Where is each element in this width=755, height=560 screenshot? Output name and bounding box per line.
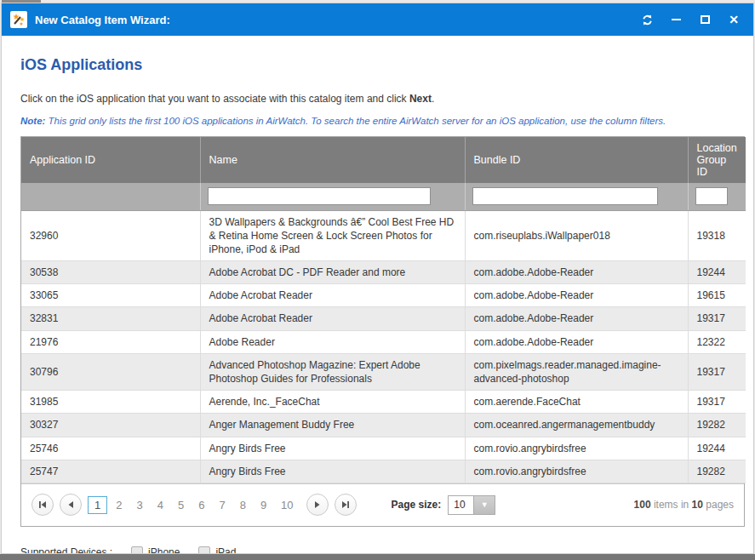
maximize-button[interactable] (694, 9, 716, 30)
cell-location-group-id: 19282 (688, 460, 746, 483)
cell-app-id: 30796 (21, 353, 200, 390)
table-row[interactable]: 21976 Adobe Reader com.adobe.Adobe-Reade… (21, 330, 746, 353)
cell-bundle-id: com.pixelmags.reader.managed.imagine-adv… (465, 353, 688, 390)
cell-location-group-id: 19317 (688, 353, 746, 390)
cell-name: Aerende, Inc._FaceChat (200, 391, 465, 414)
cell-bundle-id: com.oceanred.angermanagementbuddy (465, 414, 688, 437)
iphone-checkbox-label: iPhone (148, 546, 180, 554)
window-bottom-edge (0, 554, 755, 560)
page-number-9[interactable]: 9 (255, 496, 272, 514)
table-row[interactable]: 32960 3D Wallpapers & Backgrounds â€” Co… (21, 210, 746, 261)
page-number-8[interactable]: 8 (234, 496, 252, 514)
page-size-control: Page size: 10 ▼ (392, 495, 496, 515)
first-page-button[interactable] (31, 494, 54, 516)
cell-app-id: 32960 (21, 210, 200, 261)
minimize-button[interactable] (665, 9, 687, 30)
maximize-icon (701, 15, 710, 24)
instruction-text: Click on the iOS application that you wa… (20, 93, 741, 105)
cell-name: Adobe Reader (200, 330, 465, 353)
summary-end-text: pages (703, 499, 734, 511)
minimize-icon (672, 19, 681, 20)
page-size-label: Page size: (392, 499, 442, 511)
cell-bundle-id: com.adobe.Adobe-Reader (465, 261, 688, 284)
name-filter-input[interactable] (208, 187, 431, 205)
cell-location-group-id: 19317 (688, 307, 746, 330)
cell-app-id: 31985 (21, 391, 200, 414)
cell-app-id: 25747 (21, 460, 200, 483)
cell-name: Adobe Acrobat Reader (200, 307, 465, 330)
table-row[interactable]: 30796 Advanced Photoshop Magazine: Exper… (21, 353, 746, 390)
cell-name: Angry Birds Free (200, 437, 465, 460)
iphone-checkbox[interactable] (131, 546, 143, 554)
previous-page-button[interactable] (60, 494, 82, 516)
page-number-2[interactable]: 2 (110, 496, 128, 514)
cell-location-group-id: 19282 (688, 414, 746, 437)
table-row[interactable]: 31985 Aerende, Inc._FaceChat com.aerende… (21, 391, 746, 414)
ipad-checkbox-item[interactable]: iPad (198, 546, 236, 554)
last-page-button[interactable] (335, 494, 357, 516)
cell-name: 3D Wallpapers & Backgrounds â€” Cool Bes… (200, 210, 465, 261)
cell-bundle-id: com.aerende.FaceChat (465, 391, 688, 414)
page-number-10[interactable]: 10 (275, 496, 299, 514)
refresh-icon (641, 14, 654, 26)
page-title: iOS Applications (20, 56, 741, 74)
filter-cell-bundle-id (465, 183, 688, 210)
refresh-button[interactable] (636, 9, 658, 30)
table-row[interactable]: 25746 Angry Birds Free com.rovio.angrybi… (21, 437, 746, 460)
cell-app-id: 25746 (21, 437, 200, 460)
cell-app-id: 30327 (21, 414, 200, 437)
wizard-window: New Catalog Item Wizard: ✕ iOS Applicati… (1, 3, 754, 554)
window-controls: ✕ (636, 9, 745, 30)
last-page-icon (341, 500, 350, 509)
pager-summary: 100 items in 10 pages (634, 499, 734, 511)
screen: New Catalog Item Wizard: ✕ iOS Applicati… (0, 0, 755, 560)
cell-location-group-id: 19615 (688, 284, 746, 307)
note-text: Note: This grid only lists the first 100… (20, 116, 741, 126)
cell-bundle-id: com.adobe.Adobe-Reader (465, 330, 688, 353)
window-title: New Catalog Item Wizard: (35, 14, 636, 26)
bundle-id-filter-input[interactable] (472, 187, 658, 205)
filter-cell-name (200, 183, 465, 210)
page-number-3[interactable]: 3 (130, 496, 148, 514)
ipad-checkbox[interactable] (198, 546, 210, 554)
table-row[interactable]: 30538 Adobe Acrobat DC - PDF Reader and … (21, 261, 746, 284)
grid-filter-row (21, 183, 746, 210)
cell-bundle-id: com.rovio.angrybirdsfree (465, 460, 688, 483)
page-size-value: 10 (449, 496, 474, 514)
table-row[interactable]: 25747 Angry Birds Free com.rovio.angrybi… (21, 460, 746, 483)
page-number-5[interactable]: 5 (172, 496, 190, 514)
cell-app-id: 21976 (21, 330, 200, 353)
items-count: 100 (634, 499, 651, 511)
title-bar: New Catalog Item Wizard: ✕ (2, 3, 753, 36)
page-number-6[interactable]: 6 (192, 496, 210, 514)
table-row[interactable]: 33065 Adobe Acrobat Reader com.adobe.Ado… (21, 284, 746, 307)
location-group-filter-input[interactable] (695, 187, 728, 205)
page-size-dropdown[interactable]: 10 ▼ (448, 495, 495, 515)
summary-mid-text: items in (651, 499, 692, 511)
table-row[interactable]: 30327 Anger Management Buddy Free com.oc… (21, 414, 746, 437)
cell-name: Adobe Acrobat DC - PDF Reader and more (200, 261, 465, 284)
chevron-down-icon[interactable]: ▼ (474, 496, 495, 514)
cell-bundle-id: com.rovio.angrybirdsfree (465, 437, 688, 460)
column-header-bundle-id[interactable]: Bundle ID (465, 137, 688, 183)
cell-app-id: 33065 (21, 284, 200, 307)
page-number-7[interactable]: 7 (213, 496, 231, 514)
cell-location-group-id: 19244 (688, 437, 746, 460)
page-number-1[interactable]: 1 (88, 496, 107, 514)
cell-name: Anger Management Buddy Free (200, 414, 465, 437)
cell-bundle-id: com.adobe.Adobe-Reader (465, 307, 688, 330)
page-number-4[interactable]: 4 (152, 496, 169, 514)
previous-page-icon (67, 500, 74, 509)
close-button[interactable]: ✕ (723, 9, 745, 30)
cell-location-group-id: 19318 (688, 210, 746, 261)
table-row[interactable]: 32831 Adobe Acrobat Reader com.adobe.Ado… (21, 307, 746, 330)
column-header-application-id[interactable]: Application ID (21, 137, 200, 183)
ipad-checkbox-label: iPad (215, 546, 236, 554)
iphone-checkbox-item[interactable]: iPhone (131, 546, 180, 554)
note-label: Note: (20, 116, 45, 126)
column-header-name[interactable]: Name (200, 137, 465, 183)
next-page-button[interactable] (306, 494, 329, 516)
cell-name: Advanced Photoshop Magazine: Expert Adob… (200, 353, 465, 390)
column-header-location-group-id[interactable]: Location Group ID (688, 137, 746, 183)
cell-name: Angry Birds Free (200, 460, 465, 483)
